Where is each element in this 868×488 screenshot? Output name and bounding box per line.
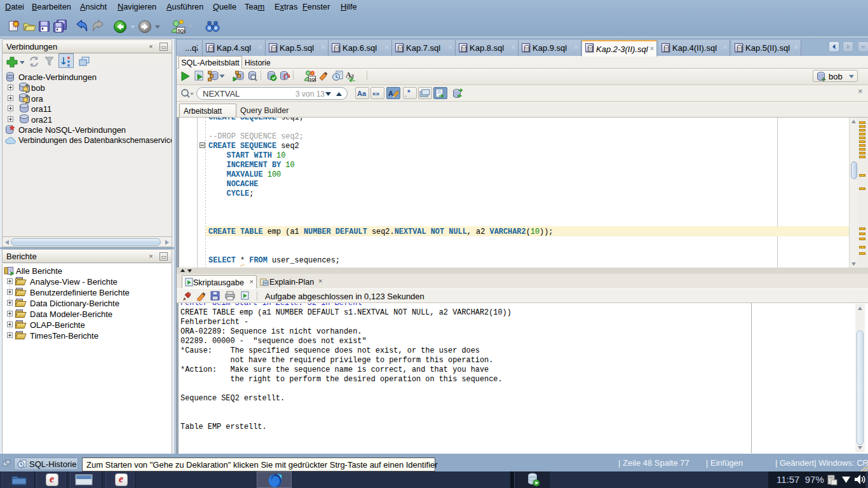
svg-text:SQL: SQL (178, 29, 186, 34)
svg-text:*: * (407, 88, 410, 97)
svg-text:SQL: SQL (309, 78, 316, 81)
svg-text:.: . (405, 90, 407, 98)
svg-text:«»: «» (372, 90, 380, 97)
svg-text:A: A (388, 90, 393, 97)
svg-text:Aa: Aa (357, 90, 367, 97)
